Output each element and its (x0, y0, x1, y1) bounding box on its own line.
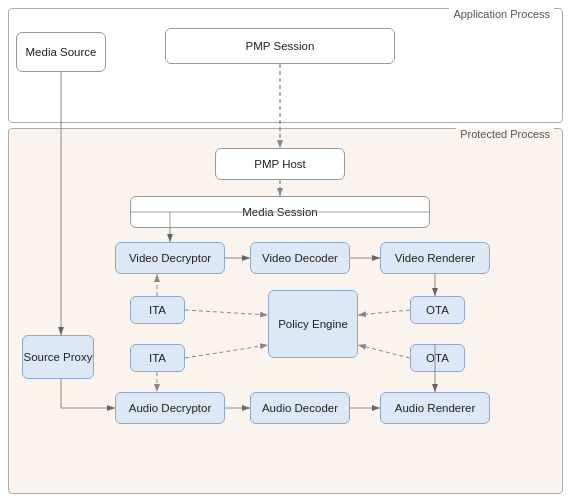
video-decoder-box: Video Decoder (250, 242, 350, 274)
ita-bottom-box: ITA (130, 344, 185, 372)
audio-decoder-box: Audio Decoder (250, 392, 350, 424)
ota-bottom-box: OTA (410, 344, 465, 372)
ota-top-box: OTA (410, 296, 465, 324)
pmp-host-box: PMP Host (215, 148, 345, 180)
ita-top-box: ITA (130, 296, 185, 324)
audio-decryptor-box: Audio Decryptor (115, 392, 225, 424)
media-source-box: Media Source (16, 32, 106, 72)
protected-process-label: Protected Process (456, 128, 554, 140)
media-session-box: Media Session (130, 196, 430, 228)
policy-engine-box: Policy Engine (268, 290, 358, 358)
pmp-session-box: PMP Session (165, 28, 395, 64)
source-proxy-box: Source Proxy (22, 335, 94, 379)
video-decryptor-box: Video Decryptor (115, 242, 225, 274)
video-renderer-box: Video Renderer (380, 242, 490, 274)
audio-renderer-box: Audio Renderer (380, 392, 490, 424)
app-process-label: Application Process (449, 8, 554, 20)
